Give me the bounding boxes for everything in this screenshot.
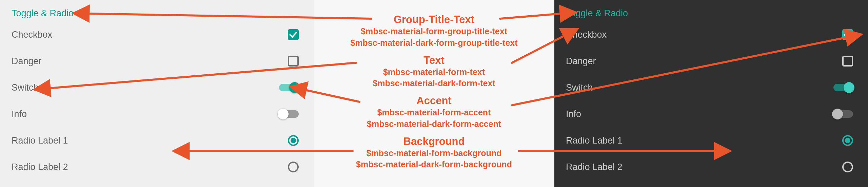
- label-switch-dark: Switch: [566, 82, 593, 93]
- group-title-light: Toggle & Radio: [12, 8, 302, 19]
- row-radio1-dark: Radio Label 1: [566, 127, 856, 154]
- legend-var-background-light: $mbsc-material-form-background: [325, 148, 543, 159]
- checkbox-unchecked-icon[interactable]: [842, 56, 853, 67]
- legend-var-group-title-light: $mbsc-material-form-group-title-text: [325, 26, 543, 37]
- legend-var-text-dark: $mbsc-material-dark-form-text: [325, 78, 543, 89]
- legend-title-text: Text: [325, 54, 543, 67]
- switch-on-icon[interactable]: [279, 84, 299, 91]
- row-switch-light: Switch: [12, 74, 302, 101]
- radio-checked-icon[interactable]: [288, 135, 299, 146]
- legend-title-accent: Accent: [325, 95, 543, 107]
- checkbox-unchecked-icon[interactable]: [288, 56, 299, 67]
- row-radio2-light: Radio Label 2: [12, 154, 302, 180]
- switch-off-icon[interactable]: [279, 110, 299, 118]
- switch-off-icon[interactable]: [833, 110, 853, 118]
- row-danger-dark: Danger: [566, 48, 856, 74]
- label-switch-light: Switch: [12, 82, 39, 93]
- form-panel-dark: Toggle & Radio Checkbox Danger Switch In…: [554, 0, 868, 187]
- radio-unchecked-icon[interactable]: [842, 162, 853, 172]
- legend-var-text-light: $mbsc-material-form-text: [325, 67, 543, 78]
- row-radio2-dark: Radio Label 2: [566, 154, 856, 180]
- row-switch-dark: Switch: [566, 74, 856, 101]
- label-radio2-light: Radio Label 2: [12, 162, 68, 172]
- label-info-dark: Info: [566, 109, 581, 119]
- label-radio1-light: Radio Label 1: [12, 135, 68, 146]
- label-radio2-dark: Radio Label 2: [566, 162, 623, 172]
- switch-on-icon[interactable]: [833, 84, 853, 91]
- legend-title-background: Background: [325, 135, 543, 148]
- form-panel-light: Toggle & Radio Checkbox Danger Switch In…: [0, 0, 314, 187]
- label-info-light: Info: [12, 109, 27, 119]
- label-radio1-dark: Radio Label 1: [566, 135, 623, 146]
- checkbox-checked-icon[interactable]: [842, 29, 853, 40]
- row-info-light: Info: [12, 101, 302, 127]
- legend-var-accent-dark: $mbsc-material-dark-form-accent: [325, 118, 543, 130]
- row-checkbox-dark: Checkbox: [566, 21, 856, 48]
- group-title-dark: Toggle & Radio: [566, 8, 856, 19]
- legend-var-group-title-dark: $mbsc-material-dark-form-group-title-tex…: [325, 37, 543, 49]
- label-checkbox-dark: Checkbox: [566, 30, 607, 40]
- legend-panel: Group-Title-Text $mbsc-material-form-gro…: [314, 0, 554, 187]
- legend-title-group-title-text: Group-Title-Text: [325, 14, 543, 26]
- legend-var-accent-light: $mbsc-material-form-accent: [325, 107, 543, 118]
- row-checkbox-light: Checkbox: [12, 21, 302, 48]
- checkbox-checked-icon[interactable]: [288, 29, 299, 40]
- radio-checked-icon[interactable]: [842, 135, 853, 146]
- legend-var-background-dark: $mbsc-material-dark-form-background: [325, 159, 543, 170]
- radio-unchecked-icon[interactable]: [288, 162, 299, 172]
- label-danger-dark: Danger: [566, 56, 596, 67]
- row-danger-light: Danger: [12, 48, 302, 74]
- row-info-dark: Info: [566, 101, 856, 127]
- label-danger-light: Danger: [12, 56, 42, 67]
- label-checkbox-light: Checkbox: [12, 30, 52, 40]
- row-radio1-light: Radio Label 1: [12, 127, 302, 154]
